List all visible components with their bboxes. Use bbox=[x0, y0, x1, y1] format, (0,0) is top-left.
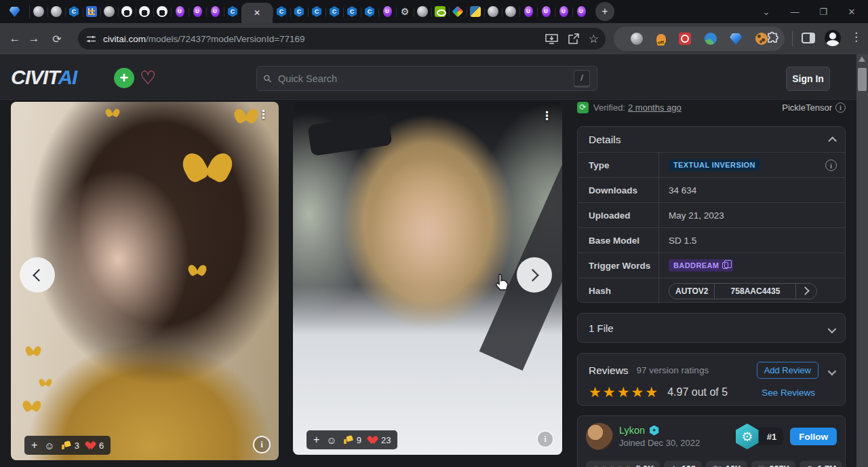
tab-civitai[interactable] bbox=[361, 2, 378, 21]
sign-in-button[interactable]: Sign In bbox=[786, 67, 830, 91]
creator-stat-upload[interactable]: ↥198 bbox=[664, 461, 702, 467]
minimize-button[interactable]: — bbox=[789, 7, 800, 17]
tabsearch-chevron-icon[interactable]: ⌄ bbox=[761, 7, 772, 17]
heart-reaction-icon[interactable] bbox=[86, 441, 95, 449]
creator-stat-download[interactable]: ↧1.7M bbox=[800, 461, 842, 467]
thumbs-up-icon[interactable] bbox=[62, 441, 71, 449]
smiley-reaction-icon[interactable]: ☺ bbox=[326, 434, 336, 446]
reviews-chevron-icon[interactable] bbox=[828, 367, 837, 376]
reaction-pill[interactable]: + ☺ 3 6 bbox=[24, 436, 111, 455]
save-page-icon[interactable] bbox=[545, 33, 558, 45]
red-extension-icon[interactable] bbox=[679, 33, 691, 45]
tab-github[interactable] bbox=[136, 2, 153, 21]
heart-reaction-icon[interactable] bbox=[368, 436, 377, 444]
profile-avatar-icon[interactable] bbox=[825, 30, 841, 46]
extensions-puzzle-icon[interactable] bbox=[765, 31, 778, 45]
gem-extension-icon[interactable] bbox=[730, 33, 742, 45]
tab-civitai[interactable] bbox=[343, 2, 361, 21]
tab-ultra[interactable] bbox=[555, 2, 572, 21]
image-menu-icon[interactable]: ⋮ bbox=[541, 109, 553, 123]
share-icon[interactable] bbox=[568, 33, 579, 45]
image-info-icon[interactable]: i bbox=[536, 430, 554, 448]
reaction-pill[interactable]: + ☺ 9 23 bbox=[307, 430, 397, 449]
tab-civitai[interactable] bbox=[308, 2, 326, 21]
add-review-button[interactable]: Add Review bbox=[757, 362, 818, 379]
civitai-logo[interactable]: CIVITAI bbox=[11, 66, 77, 89]
tab-grid[interactable] bbox=[83, 2, 100, 21]
carousel-prev-button[interactable] bbox=[20, 257, 55, 293]
tab-diamond[interactable] bbox=[449, 2, 467, 21]
add-reaction-icon[interactable]: + bbox=[313, 434, 319, 446]
image-menu-icon[interactable]: ⋮ bbox=[258, 107, 269, 122]
creator-stat-users[interactable]: 10K bbox=[706, 461, 747, 467]
collapse-chevron-icon[interactable] bbox=[828, 136, 837, 145]
page-scrollbar[interactable] bbox=[856, 54, 868, 467]
format-info-icon[interactable]: i bbox=[835, 102, 846, 113]
tab-ultra[interactable] bbox=[189, 2, 206, 21]
tab-github[interactable] bbox=[118, 2, 136, 21]
tab-globe[interactable] bbox=[30, 2, 47, 21]
back-button[interactable]: ← bbox=[5, 32, 24, 45]
forward-button[interactable]: → bbox=[24, 32, 43, 45]
tab-civitai[interactable] bbox=[326, 2, 343, 21]
close-window-button[interactable]: ✕ bbox=[846, 7, 857, 17]
image-info-icon[interactable]: i bbox=[253, 436, 271, 453]
tab-civitai[interactable] bbox=[224, 2, 241, 21]
url-text[interactable]: civitai.com/models/72437?modelVersionId=… bbox=[103, 34, 305, 44]
verified-time-link[interactable]: 2 months ago bbox=[628, 102, 682, 113]
globe-extension-icon[interactable] bbox=[631, 33, 643, 45]
tab-ultra[interactable] bbox=[519, 2, 537, 21]
creator-avatar[interactable] bbox=[586, 423, 613, 450]
smiley-reaction-icon[interactable]: ☺ bbox=[44, 440, 54, 451]
details-header[interactable]: Details bbox=[578, 127, 845, 152]
files-panel[interactable]: 1 File bbox=[577, 313, 846, 343]
world-extension-icon[interactable] bbox=[705, 33, 717, 45]
tab-github[interactable] bbox=[153, 2, 171, 21]
tab-ultra[interactable] bbox=[171, 2, 189, 21]
quick-search-input[interactable]: ⚲ Quick Search / bbox=[256, 66, 597, 91]
support-heart-icon[interactable]: ♡ bbox=[140, 67, 156, 89]
creator-name-link[interactable]: Lykon bbox=[619, 425, 645, 436]
tab-ultra[interactable] bbox=[378, 2, 396, 21]
bookmark-star-icon[interactable]: ☆ bbox=[589, 32, 599, 46]
reload-button[interactable]: ⟳ bbox=[47, 33, 66, 45]
tab-ultra[interactable] bbox=[206, 2, 224, 21]
tab-globe[interactable] bbox=[47, 2, 65, 21]
site-info-icon[interactable] bbox=[86, 34, 96, 44]
tab-globe[interactable] bbox=[484, 2, 502, 21]
expand-chevron-icon[interactable] bbox=[828, 324, 837, 333]
hash-value-segment[interactable]: 758AAC4435 bbox=[714, 284, 795, 299]
creator-stat-stars[interactable]: ★★★★★5.0K bbox=[586, 461, 660, 467]
trigger-word-badge[interactable]: BADDREAM bbox=[669, 259, 733, 272]
scrollbar-thumb[interactable] bbox=[858, 68, 867, 91]
tab-gear[interactable] bbox=[396, 2, 414, 21]
copy-icon[interactable] bbox=[722, 262, 728, 269]
new-tab-button[interactable]: + bbox=[595, 2, 614, 21]
tab-globe[interactable] bbox=[414, 2, 431, 21]
address-bar[interactable]: civitai.com/models/72437?modelVersionId=… bbox=[78, 28, 606, 50]
tab-globe[interactable] bbox=[100, 2, 118, 21]
creator-stat-heart[interactable]: ♡237K bbox=[751, 461, 796, 467]
see-reviews-link[interactable]: See Reviews bbox=[762, 388, 815, 398]
tab-ultra[interactable] bbox=[537, 2, 555, 21]
hash-expand-button[interactable] bbox=[795, 284, 816, 299]
thumbs-up-icon[interactable] bbox=[344, 436, 353, 444]
scroll-up-arrow[interactable] bbox=[859, 56, 865, 62]
add-reaction-icon[interactable]: + bbox=[31, 439, 37, 451]
follow-button[interactable]: Follow bbox=[790, 428, 837, 445]
tab-civitai[interactable] bbox=[65, 2, 83, 21]
tab-civitai[interactable] bbox=[290, 2, 308, 21]
type-info-icon[interactable]: i bbox=[825, 160, 837, 171]
side-panel-icon[interactable] bbox=[802, 33, 815, 43]
tab-civitai[interactable] bbox=[273, 2, 290, 21]
hash-pill[interactable]: AUTOV2 758AAC4435 bbox=[669, 283, 817, 299]
tab-globe[interactable] bbox=[502, 2, 519, 21]
close-tab-icon[interactable]: ✕ bbox=[254, 9, 260, 17]
tab-python[interactable] bbox=[467, 2, 484, 21]
type-badge[interactable]: TEXTUAL INVERSION bbox=[669, 159, 760, 171]
active-tab[interactable]: ✕ bbox=[241, 3, 273, 23]
maximize-button[interactable]: ❐ bbox=[818, 7, 829, 17]
carousel-next-button[interactable] bbox=[517, 257, 552, 293]
tab-ultra[interactable] bbox=[572, 2, 590, 21]
off-extension-icon[interactable] bbox=[656, 34, 666, 43]
